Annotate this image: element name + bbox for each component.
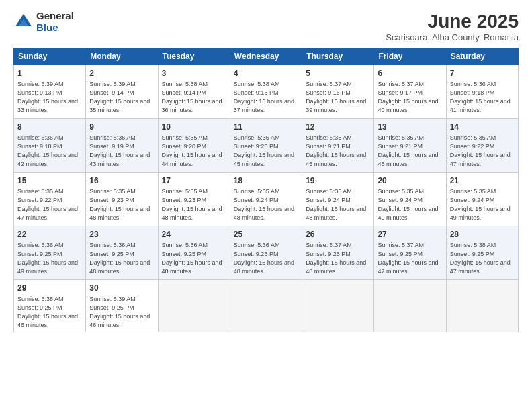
table-row xyxy=(446,280,518,332)
month-title: June 2025 xyxy=(386,11,519,32)
day-number: 6 xyxy=(378,68,442,79)
table-row xyxy=(230,280,302,332)
day-number: 11 xyxy=(234,122,298,132)
table-row: 11 Sunrise: 5:35 AMSunset: 9:20 PMDaylig… xyxy=(230,119,302,173)
day-number: 18 xyxy=(234,175,298,186)
day-number: 30 xyxy=(89,283,154,293)
table-row: 17 Sunrise: 5:35 AMSunset: 9:23 PMDaylig… xyxy=(158,173,230,226)
logo-blue: Blue xyxy=(36,22,74,34)
header: General Blue June 2025 Scarisoara, Alba … xyxy=(13,11,519,42)
calendar-week-row: 29 Sunrise: 5:38 AMSunset: 9:25 PMDaylig… xyxy=(14,280,519,332)
day-number: 20 xyxy=(378,175,442,186)
table-row: 30 Sunrise: 5:39 AMSunset: 9:25 PMDaylig… xyxy=(86,280,158,332)
day-info: Sunrise: 5:36 AMSunset: 9:25 PMDaylight:… xyxy=(162,242,222,274)
day-info: Sunrise: 5:36 AMSunset: 9:25 PMDaylight:… xyxy=(89,242,150,274)
day-number: 10 xyxy=(162,122,226,132)
table-row: 20 Sunrise: 5:35 AMSunset: 9:24 PMDaylig… xyxy=(374,173,446,226)
day-number: 28 xyxy=(450,229,515,240)
day-number: 24 xyxy=(162,229,226,240)
day-number: 27 xyxy=(378,229,442,240)
col-saturday: Saturday xyxy=(446,48,518,65)
table-row: 4 Sunrise: 5:38 AMSunset: 9:15 PMDayligh… xyxy=(230,65,302,119)
day-number: 15 xyxy=(17,175,82,186)
table-row xyxy=(374,280,446,332)
table-row xyxy=(158,280,230,332)
day-info: Sunrise: 5:38 AMSunset: 9:25 PMDaylight:… xyxy=(450,242,511,274)
logo-text: General Blue xyxy=(36,11,74,33)
logo-general: General xyxy=(36,11,74,22)
table-row: 18 Sunrise: 5:35 AMSunset: 9:24 PMDaylig… xyxy=(230,173,302,226)
table-row: 28 Sunrise: 5:38 AMSunset: 9:25 PMDaylig… xyxy=(446,226,518,280)
day-number: 5 xyxy=(306,68,370,79)
table-row: 12 Sunrise: 5:35 AMSunset: 9:21 PMDaylig… xyxy=(302,119,374,173)
day-info: Sunrise: 5:36 AMSunset: 9:25 PMDaylight:… xyxy=(17,242,78,274)
day-number: 29 xyxy=(17,283,82,293)
day-number: 7 xyxy=(450,68,515,79)
day-number: 12 xyxy=(306,122,370,132)
day-info: Sunrise: 5:35 AMSunset: 9:20 PMDaylight:… xyxy=(234,134,294,167)
table-row: 13 Sunrise: 5:35 AMSunset: 9:21 PMDaylig… xyxy=(374,119,446,173)
table-row: 8 Sunrise: 5:36 AMSunset: 9:18 PMDayligh… xyxy=(14,119,86,173)
page: General Blue June 2025 Scarisoara, Alba … xyxy=(0,0,532,411)
day-info: Sunrise: 5:37 AMSunset: 9:25 PMDaylight:… xyxy=(378,242,438,274)
day-number: 14 xyxy=(450,122,515,132)
calendar: Sunday Monday Tuesday Wednesday Thursday… xyxy=(13,48,519,332)
calendar-week-row: 8 Sunrise: 5:36 AMSunset: 9:18 PMDayligh… xyxy=(14,119,519,173)
col-thursday: Thursday xyxy=(302,48,374,65)
table-row: 22 Sunrise: 5:36 AMSunset: 9:25 PMDaylig… xyxy=(14,226,86,280)
table-row xyxy=(302,280,374,332)
day-info: Sunrise: 5:39 AMSunset: 9:25 PMDaylight:… xyxy=(89,295,150,328)
logo: General Blue xyxy=(13,11,74,33)
day-info: Sunrise: 5:35 AMSunset: 9:21 PMDaylight:… xyxy=(378,134,438,167)
day-info: Sunrise: 5:35 AMSunset: 9:23 PMDaylight:… xyxy=(162,188,222,220)
day-number: 23 xyxy=(89,229,154,240)
day-info: Sunrise: 5:36 AMSunset: 9:18 PMDaylight:… xyxy=(450,81,511,113)
day-number: 8 xyxy=(17,122,82,132)
col-monday: Monday xyxy=(86,48,158,65)
day-info: Sunrise: 5:36 AMSunset: 9:25 PMDaylight:… xyxy=(234,242,294,274)
header-row: Sunday Monday Tuesday Wednesday Thursday… xyxy=(14,48,519,65)
calendar-week-row: 1 Sunrise: 5:39 AMSunset: 9:13 PMDayligh… xyxy=(14,65,519,119)
table-row: 5 Sunrise: 5:37 AMSunset: 9:16 PMDayligh… xyxy=(302,65,374,119)
day-info: Sunrise: 5:35 AMSunset: 9:24 PMDaylight:… xyxy=(450,188,511,220)
col-wednesday: Wednesday xyxy=(230,48,302,65)
day-info: Sunrise: 5:35 AMSunset: 9:23 PMDaylight:… xyxy=(89,188,150,220)
day-number: 16 xyxy=(89,175,154,186)
day-info: Sunrise: 5:35 AMSunset: 9:24 PMDaylight:… xyxy=(306,188,366,220)
day-info: Sunrise: 5:38 AMSunset: 9:15 PMDaylight:… xyxy=(234,81,294,113)
day-info: Sunrise: 5:37 AMSunset: 9:16 PMDaylight:… xyxy=(306,81,366,113)
table-row: 24 Sunrise: 5:36 AMSunset: 9:25 PMDaylig… xyxy=(158,226,230,280)
calendar-week-row: 15 Sunrise: 5:35 AMSunset: 9:22 PMDaylig… xyxy=(14,173,519,226)
day-number: 26 xyxy=(306,229,370,240)
day-info: Sunrise: 5:35 AMSunset: 9:24 PMDaylight:… xyxy=(234,188,294,220)
day-number: 19 xyxy=(306,175,370,186)
table-row: 3 Sunrise: 5:38 AMSunset: 9:14 PMDayligh… xyxy=(158,65,230,119)
table-row: 2 Sunrise: 5:39 AMSunset: 9:14 PMDayligh… xyxy=(86,65,158,119)
day-number: 22 xyxy=(17,229,82,240)
day-info: Sunrise: 5:38 AMSunset: 9:25 PMDaylight:… xyxy=(17,295,78,328)
day-info: Sunrise: 5:39 AMSunset: 9:14 PMDaylight:… xyxy=(89,81,150,113)
location: Scarisoara, Alba County, Romania xyxy=(386,32,519,42)
day-info: Sunrise: 5:37 AMSunset: 9:17 PMDaylight:… xyxy=(378,81,438,113)
col-sunday: Sunday xyxy=(14,48,86,65)
table-row: 9 Sunrise: 5:36 AMSunset: 9:19 PMDayligh… xyxy=(86,119,158,173)
table-row: 23 Sunrise: 5:36 AMSunset: 9:25 PMDaylig… xyxy=(86,226,158,280)
day-info: Sunrise: 5:36 AMSunset: 9:18 PMDaylight:… xyxy=(17,134,78,167)
table-row: 6 Sunrise: 5:37 AMSunset: 9:17 PMDayligh… xyxy=(374,65,446,119)
day-info: Sunrise: 5:35 AMSunset: 9:21 PMDaylight:… xyxy=(306,134,366,167)
day-info: Sunrise: 5:35 AMSunset: 9:22 PMDaylight:… xyxy=(17,188,78,220)
day-info: Sunrise: 5:35 AMSunset: 9:22 PMDaylight:… xyxy=(450,134,511,167)
table-row: 21 Sunrise: 5:35 AMSunset: 9:24 PMDaylig… xyxy=(446,173,518,226)
table-row: 27 Sunrise: 5:37 AMSunset: 9:25 PMDaylig… xyxy=(374,226,446,280)
day-info: Sunrise: 5:38 AMSunset: 9:14 PMDaylight:… xyxy=(162,81,222,113)
table-row: 16 Sunrise: 5:35 AMSunset: 9:23 PMDaylig… xyxy=(86,173,158,226)
day-info: Sunrise: 5:35 AMSunset: 9:20 PMDaylight:… xyxy=(162,134,222,167)
day-number: 2 xyxy=(89,68,154,79)
col-friday: Friday xyxy=(374,48,446,65)
day-info: Sunrise: 5:39 AMSunset: 9:13 PMDaylight:… xyxy=(17,81,78,113)
table-row: 15 Sunrise: 5:35 AMSunset: 9:22 PMDaylig… xyxy=(14,173,86,226)
logo-icon xyxy=(13,12,34,32)
table-row: 14 Sunrise: 5:35 AMSunset: 9:22 PMDaylig… xyxy=(446,119,518,173)
table-row: 19 Sunrise: 5:35 AMSunset: 9:24 PMDaylig… xyxy=(302,173,374,226)
table-row: 1 Sunrise: 5:39 AMSunset: 9:13 PMDayligh… xyxy=(14,65,86,119)
